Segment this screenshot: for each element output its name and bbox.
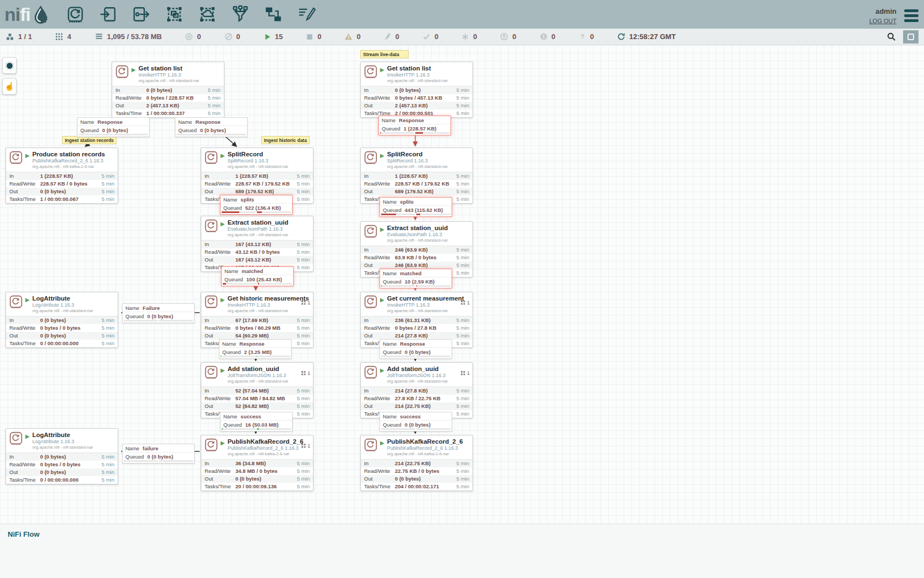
queued-value: 16 (50.03 MB) [245, 422, 279, 428]
connection-label[interactable]: Name success Queued 0 (0 bytes) [380, 412, 452, 432]
queued-value: 10 (2.59 KB) [405, 279, 435, 285]
object-threshold-bar [381, 356, 415, 357]
connection-label[interactable]: Name matched Queued 10 (2.59 KB) [380, 269, 452, 288]
object-threshold-bar [221, 356, 255, 357]
not-transmitting-icon [224, 32, 233, 41]
size-threshold-bar [257, 211, 291, 213]
connection-name-row: Name Response [78, 118, 149, 126]
process-group-tool-icon[interactable] [164, 4, 184, 24]
connection-name-row: Name Response [379, 116, 450, 124]
backpressure-bars [380, 214, 452, 216]
size-threshold-bar [256, 356, 290, 357]
stat-up-to-date: 0 [422, 32, 438, 41]
connection-queued-row: Queued 2 (3.25 MB) [219, 348, 291, 356]
queued-value: 443 (115.62 KB) [405, 207, 443, 213]
stat-stopped: 0 [306, 32, 321, 41]
backpressure-bars [123, 320, 194, 323]
template-tool-icon[interactable] [263, 4, 283, 24]
label-tool-icon[interactable] [296, 4, 316, 24]
object-threshold-bar [381, 285, 415, 287]
backpressure-bars [78, 134, 149, 137]
search-button[interactable] [883, 30, 899, 43]
size-threshold-bar [114, 134, 148, 135]
connection-name-row: Name matched [380, 269, 452, 277]
processor-tool-icon[interactable] [65, 4, 85, 24]
last-refresh: 12:58:27 GMT [617, 32, 676, 41]
queued-value: 0 (0 bytes) [405, 349, 431, 355]
stat-not-transmitting: 0 [224, 32, 240, 41]
nifi-drop-icon [31, 4, 50, 24]
stat-invalid: 0 [344, 32, 360, 41]
cluster-nodes-icon [6, 32, 14, 41]
funnel-tool-icon[interactable] [230, 4, 250, 24]
relationship-name: success [240, 413, 261, 419]
queued-value: 2 (3.25 MB) [244, 349, 272, 355]
object-threshold-bar [381, 428, 415, 430]
input-port-tool-icon[interactable] [98, 4, 118, 24]
relationship-name: splits [400, 199, 414, 205]
navigate-palette-button[interactable] [2, 57, 16, 74]
operate-palette-button[interactable]: ☝ [2, 78, 16, 95]
object-threshold-bar [222, 211, 256, 213]
connection-label[interactable]: Name success Queued 16 (50.03 MB) [220, 412, 293, 432]
connection-queued-row: Queued 522 (136.4 KB) [221, 204, 292, 211]
stat-unknown: ? 0 [579, 32, 594, 41]
relationship-name: Response [399, 117, 424, 123]
logout-link[interactable]: LOG OUT [869, 18, 897, 24]
backpressure-bars [380, 356, 452, 358]
output-port-tool-icon[interactable] [131, 4, 151, 24]
stat-disabled: 0 [384, 32, 399, 41]
connection-name-row: Name splits [221, 195, 292, 204]
sync-failure-bang-icon [540, 32, 548, 41]
svg-text:?: ? [580, 33, 584, 40]
connection-label[interactable]: Name splits Queued 443 (115.62 KB) [380, 197, 452, 217]
connection-name-row: Name success [380, 412, 452, 421]
breadcrumb-root[interactable]: NiFi Flow [8, 530, 40, 538]
nifi-logo: nifi [4, 4, 50, 25]
stale-up-arrow-icon [500, 32, 508, 41]
current-user: admin [869, 7, 897, 15]
stat-sync-failure: 0 [540, 32, 556, 41]
connection-label[interactable]: Name Response Queued 0 (0 bytes) [175, 117, 248, 137]
transmitting-icon [185, 32, 193, 41]
connection-label[interactable]: Name Response Queued 2 (3.25 MB) [219, 339, 292, 359]
size-threshold-bar [212, 134, 246, 135]
object-threshold-bar [124, 460, 158, 462]
panel-toggle-button[interactable] [903, 30, 919, 43]
stat-running: 15 [263, 32, 283, 41]
connection-label[interactable]: Name Failure Queued 0 (0 bytes) [122, 303, 195, 323]
size-threshold-bar [159, 320, 193, 321]
object-threshold-bar [380, 132, 414, 134]
connection-queued-row: Queued 100 (25.43 KB) [222, 275, 293, 283]
relationship-name: success [400, 413, 421, 419]
stat-transmitting: 0 [185, 32, 201, 41]
global-menu-button[interactable] [904, 5, 919, 22]
connection-name-row: Name Failure [123, 304, 194, 312]
relationship-name: failure [142, 445, 158, 451]
running-play-icon [263, 33, 271, 41]
refresh-icon[interactable] [617, 32, 625, 41]
connection-label[interactable]: Name Response Queued 0 (0 bytes) [77, 117, 150, 137]
stat-connected-nodes: 1 / 1 [6, 32, 32, 41]
relationship-name: splits [240, 197, 254, 203]
connection-name-row: Name Response [175, 118, 247, 126]
connection-label[interactable]: Name Response Queued 1 (228.57 KB) [378, 116, 451, 135]
connection-queued-row: Queued 0 (0 bytes) [380, 421, 452, 428]
connection-label[interactable]: Name matched Queued 100 (25.43 KB) [221, 266, 294, 286]
connection-queued-row: Queued 0 (0 bytes) [123, 452, 194, 460]
connection-label[interactable]: Name Response Queued 0 (0 bytes) [380, 339, 452, 359]
queued-value: 1 (228.57 KB) [404, 126, 437, 132]
threads-grid-icon [55, 32, 63, 41]
canvas-palette: ☝ [2, 57, 16, 95]
panel-toggle-icon [908, 34, 914, 40]
logo-text-fi: fi [20, 4, 30, 25]
size-threshold-bar [416, 285, 450, 287]
connection-label[interactable]: Name splits Queued 522 (136.4 KB) [220, 195, 293, 215]
remote-process-group-tool-icon[interactable] [197, 4, 217, 24]
object-threshold-bar [124, 320, 158, 321]
disabled-bolt-icon [384, 32, 392, 41]
connection-label[interactable]: Name failure Queued 0 (0 bytes) [122, 444, 195, 464]
stat-locally-modified: 0 [461, 32, 477, 41]
logo-text-ni: ni [4, 4, 20, 25]
object-threshold-bar [381, 214, 415, 215]
